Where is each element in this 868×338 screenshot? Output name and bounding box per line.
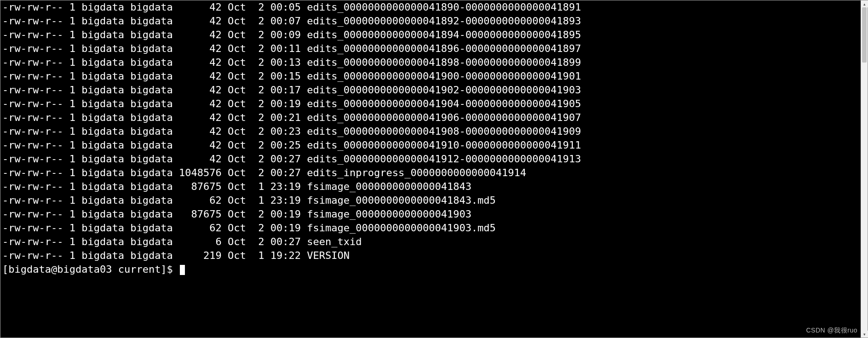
listing-row: -rw-rw-r-- 1 bigdata bigdata 42 Oct 2 00… xyxy=(2,111,859,125)
listing-row: -rw-rw-r-- 1 bigdata bigdata 42 Oct 2 00… xyxy=(2,97,859,111)
listing-row: -rw-rw-r-- 1 bigdata bigdata 42 Oct 2 00… xyxy=(2,69,859,83)
listing-row: -rw-rw-r-- 1 bigdata bigdata 42 Oct 2 00… xyxy=(2,83,859,97)
listing-row: -rw-rw-r-- 1 bigdata bigdata 42 Oct 2 00… xyxy=(2,56,859,69)
listing-row: -rw-rw-r-- 1 bigdata bigdata 42 Oct 2 00… xyxy=(2,125,859,138)
listing-row: -rw-rw-r-- 1 bigdata bigdata 219 Oct 1 1… xyxy=(2,249,859,263)
listing-row: -rw-rw-r-- 1 bigdata bigdata 42 Oct 2 00… xyxy=(2,0,859,14)
terminal-output[interactable]: -rw-rw-r-- 1 bigdata bigdata 42 Oct 2 00… xyxy=(0,0,861,338)
terminal-window: -rw-rw-r-- 1 bigdata bigdata 42 Oct 2 00… xyxy=(0,0,868,338)
prompt-text: [bigdata@bigdata03 current]$ xyxy=(2,264,179,275)
listing-row: -rw-rw-r-- 1 bigdata bigdata 42 Oct 2 00… xyxy=(2,138,859,152)
listing-row: -rw-rw-r-- 1 bigdata bigdata 42 Oct 2 00… xyxy=(2,42,859,56)
listing-row: -rw-rw-r-- 1 bigdata bigdata 87675 Oct 1… xyxy=(2,180,859,194)
listing-row: -rw-rw-r-- 1 bigdata bigdata 1048576 Oct… xyxy=(2,166,859,180)
vertical-scrollbar[interactable]: ▴ ▾ xyxy=(861,0,868,338)
scrollbar-thumb[interactable] xyxy=(862,7,867,63)
listing-row: -rw-rw-r-- 1 bigdata bigdata 42 Oct 2 00… xyxy=(2,28,859,42)
scrollbar-down-arrow-icon[interactable]: ▾ xyxy=(861,331,868,338)
listing-row: -rw-rw-r-- 1 bigdata bigdata 42 Oct 2 00… xyxy=(2,152,859,166)
listing-row: -rw-rw-r-- 1 bigdata bigdata 42 Oct 2 00… xyxy=(2,14,859,28)
listing-row: -rw-rw-r-- 1 bigdata bigdata 62 Oct 1 23… xyxy=(2,194,859,207)
shell-prompt[interactable]: [bigdata@bigdata03 current]$ xyxy=(2,263,859,276)
watermark-text: CSDN @我很ruo xyxy=(806,327,857,335)
listing-row: -rw-rw-r-- 1 bigdata bigdata 62 Oct 2 00… xyxy=(2,221,859,235)
cursor-icon xyxy=(180,265,185,275)
scrollbar-up-arrow-icon[interactable]: ▴ xyxy=(861,0,868,7)
listing-row: -rw-rw-r-- 1 bigdata bigdata 6 Oct 2 00:… xyxy=(2,235,859,249)
scrollbar-track[interactable] xyxy=(861,7,868,331)
listing-row: -rw-rw-r-- 1 bigdata bigdata 87675 Oct 2… xyxy=(2,207,859,221)
